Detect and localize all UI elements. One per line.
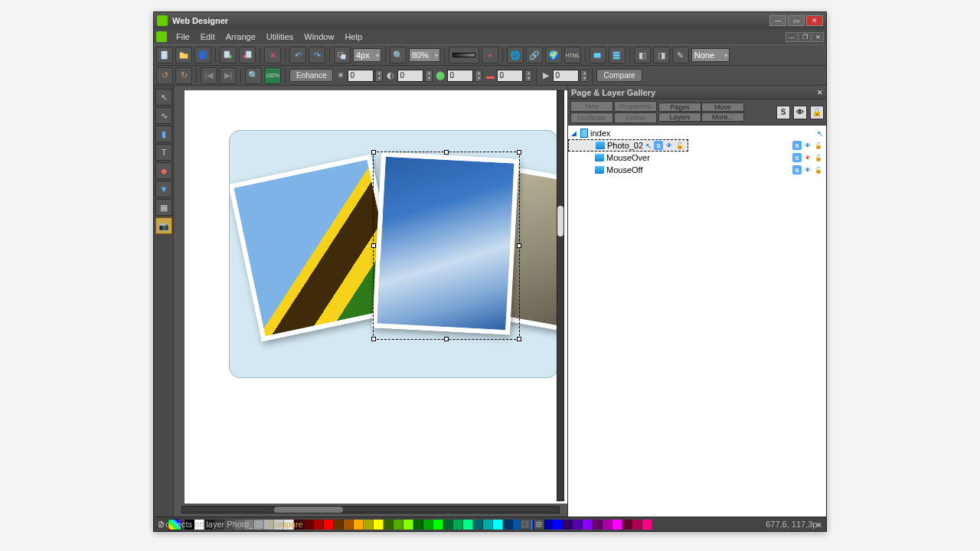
swatch[interactable] [384, 520, 394, 530]
color-picker-icon[interactable] [168, 519, 181, 530]
brightness-stepper[interactable]: ▴▾ [375, 70, 383, 82]
swatch[interactable] [254, 520, 264, 530]
swatch[interactable] [603, 520, 612, 530]
swatch[interactable] [453, 520, 463, 530]
swatch[interactable] [642, 520, 652, 530]
menu-window[interactable]: Window [299, 31, 338, 43]
rectangle-tool[interactable]: ▮ [155, 126, 172, 142]
quality-slider[interactable] [449, 47, 479, 64]
move-fwd-button[interactable]: ◨ [653, 47, 670, 64]
swatch[interactable] [403, 520, 413, 530]
names-select[interactable]: None [691, 48, 730, 62]
swatch[interactable] [354, 520, 364, 530]
shadow-tool[interactable]: ▼ [155, 181, 172, 197]
swatch[interactable] [433, 520, 443, 530]
layer-row-MouseOff[interactable]: MouseOffS👁🔓 [568, 164, 826, 176]
solo-badge[interactable]: S [792, 165, 802, 174]
lock-badge[interactable]: 🔓 [814, 165, 823, 174]
saturation-stepper[interactable]: ▴▾ [475, 70, 482, 82]
open-file-button[interactable] [175, 47, 192, 64]
actual-zoom-button[interactable]: 100% [264, 67, 281, 84]
canvas-page[interactable] [185, 90, 567, 504]
move-back-button[interactable]: ◧ [634, 47, 651, 64]
gallery-properties-button[interactable]: Properties [614, 101, 657, 112]
gallery-more-button[interactable]: More... [701, 112, 744, 122]
freehand-tool[interactable]: ∿ [155, 107, 172, 124]
blur-stepper[interactable]: ▴▾ [580, 70, 588, 82]
minimize-button[interactable]: — [769, 15, 786, 26]
swatch[interactable] [483, 520, 493, 530]
enhance-button[interactable]: Enhance [289, 69, 333, 82]
swatch[interactable] [593, 520, 603, 530]
swatch[interactable] [234, 520, 244, 530]
saturation-input[interactable] [447, 70, 473, 82]
swatch[interactable] [344, 520, 354, 530]
photo-tool[interactable]: 📷 [155, 217, 172, 234]
swatch[interactable] [294, 520, 304, 530]
delete-button[interactable]: ✕ [264, 47, 281, 64]
zoom-select[interactable]: 80% [409, 48, 440, 62]
gallery-layers-button[interactable]: Layers [658, 112, 701, 122]
maximize-button[interactable]: ▭ [788, 15, 805, 26]
swatch[interactable] [573, 520, 583, 530]
menu-file[interactable]: File [172, 31, 194, 43]
swatch[interactable] [632, 520, 642, 530]
swatch[interactable] [274, 520, 284, 530]
gallery-pages-button[interactable]: Pages [658, 103, 701, 112]
gallery-solo-icon[interactable]: S [776, 106, 790, 119]
doc-restore-button[interactable]: ❐ [799, 32, 811, 42]
lock-badge[interactable]: 🔓 [814, 153, 823, 162]
swatch[interactable] [413, 520, 423, 530]
swatch[interactable] [583, 520, 593, 530]
lock-badge[interactable]: 🔓 [814, 141, 823, 150]
contrast-input[interactable] [397, 70, 423, 82]
export-button[interactable] [239, 47, 256, 64]
gallery-delete-button[interactable]: Delete [614, 112, 657, 123]
menu-help[interactable]: Help [340, 31, 367, 43]
swatch[interactable] [214, 520, 224, 530]
swatch[interactable] [622, 520, 632, 530]
import-button[interactable] [220, 47, 237, 64]
preview-button[interactable]: 🌐 [507, 47, 524, 64]
fill-tool[interactable]: ◆ [155, 162, 172, 179]
nudge-select[interactable]: 4px [353, 48, 381, 62]
swatch[interactable] [443, 520, 453, 530]
swatch[interactable] [493, 520, 503, 530]
rotate-right-button[interactable]: ↻ [175, 67, 192, 84]
visible-badge[interactable]: 👁 [803, 141, 812, 150]
layer-row-MouseOver[interactable]: MouseOverS👁🔓 [568, 152, 826, 164]
transparency-tool[interactable]: ▦ [155, 199, 172, 216]
h-scrollbar[interactable] [181, 506, 560, 514]
swatch[interactable] [284, 520, 294, 530]
gallery-eye-icon[interactable]: 👁 [793, 106, 807, 119]
visible-badge[interactable]: 👁 [803, 153, 812, 162]
next-button[interactable]: ▶| [220, 67, 237, 84]
gallery-lock-icon[interactable]: 🔓 [810, 106, 824, 119]
swatch[interactable] [394, 520, 403, 530]
v-scrollbar[interactable] [557, 90, 564, 501]
selector-tool[interactable]: ↖ [155, 89, 172, 106]
swatch[interactable] [543, 520, 553, 530]
text-tool[interactable]: T [155, 144, 172, 161]
solo-badge[interactable]: S [792, 153, 802, 162]
swatch[interactable] [224, 520, 234, 530]
new-file-button[interactable] [156, 47, 173, 64]
swatch[interactable] [503, 520, 513, 530]
save-button[interactable] [194, 47, 211, 64]
layers-new-button[interactable] [590, 47, 606, 64]
swatch[interactable] [324, 520, 334, 530]
swatch[interactable] [473, 520, 483, 530]
zoom-icon[interactable]: 🔍 [390, 47, 407, 64]
layers-all-button[interactable] [609, 47, 626, 64]
gallery-header[interactable]: Page & Layer Gallery✕ [568, 86, 826, 99]
swatch[interactable] [304, 520, 314, 530]
prev-button[interactable]: |◀ [201, 67, 217, 84]
nudge-icon[interactable] [334, 47, 351, 64]
swatch[interactable] [314, 520, 324, 530]
status-live-drag-icon[interactable]: ⬚ [520, 519, 531, 530]
swatch[interactable] [194, 520, 204, 530]
layer-row-Photo_01[interactable]: Photo_01S👁🔓 [568, 139, 826, 152]
export-web-button[interactable]: 🌍 [545, 47, 562, 64]
gallery-close-icon[interactable]: ✕ [817, 89, 823, 96]
layer-tree[interactable]: ◢ index ↖ Photo_02↖S👁🔓Photo_01S👁🔓MouseOv… [568, 126, 826, 517]
